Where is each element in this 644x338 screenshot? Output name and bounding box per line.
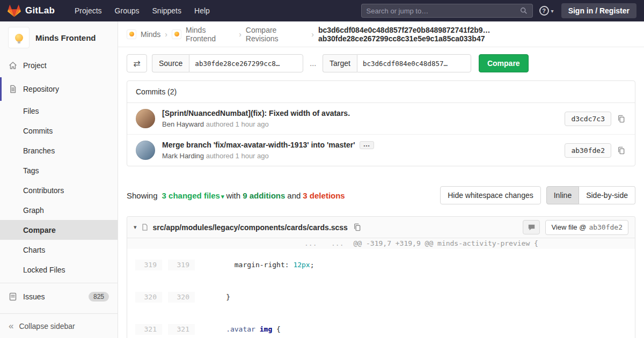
sidebar-item-branches[interactable]: Branches	[0, 141, 118, 160]
repository-subnav: FilesCommitsBranchesTagsContributorsGrap…	[0, 101, 118, 280]
commit-body: Merge branch 'fix/max-avatar-width-1913'…	[162, 141, 558, 160]
old-line-number[interactable]: ...	[127, 238, 323, 249]
old-line-number[interactable]: 321	[135, 324, 162, 335]
diff-line-hunk: ......@@ -319,7 +319,9 @@ minds-activity…	[127, 238, 635, 249]
issues-icon	[9, 292, 17, 301]
breadcrumb-link-project[interactable]: Minds Frontend	[186, 26, 235, 43]
sidebar-item-commits[interactable]: Commits	[0, 121, 118, 141]
changed-files-dropdown[interactable]: 3 changed files▾	[162, 191, 224, 200]
compare-button[interactable]: Compare	[479, 54, 529, 72]
commit-time: authored 1 hour ago	[206, 152, 269, 160]
source-ref-input[interactable]	[189, 54, 303, 72]
sidebar-item-contributors[interactable]: Contributors	[0, 180, 118, 200]
commit-sha[interactable]: d3cdc7c3	[565, 112, 611, 126]
commit-meta: Mark Harding authored 1 hour ago	[162, 152, 558, 160]
main-content: Minds › Minds Frontend › Compare Revisio…	[118, 21, 644, 338]
lightbulb-icon	[15, 34, 23, 42]
nav-link-groups[interactable]: Groups	[109, 3, 145, 18]
copy-sha-button[interactable]	[616, 114, 626, 124]
diff-code-cell: margin-right: 12px;	[201, 260, 314, 270]
collapse-sidebar-button[interactable]: « Collapse sidebar	[0, 313, 118, 338]
view-file-button[interactable]: View file @ ab30fde2	[545, 220, 628, 235]
new-line-number[interactable]: 320	[168, 292, 195, 303]
nav-link-snippets[interactable]: Snippets	[147, 3, 187, 18]
comment-icon	[528, 224, 536, 231]
commit-time: authored 1 hour ago	[206, 120, 269, 128]
breadcrumb-separator: ›	[165, 30, 167, 39]
minds-group-avatar	[127, 30, 136, 39]
new-line-number[interactable]: 319	[168, 260, 195, 270]
new-line-number[interactable]: ...	[323, 238, 349, 249]
nav-link-projects[interactable]: Projects	[69, 3, 108, 18]
diff-file-path[interactable]: src/app/modules/legacy/components/cards/…	[153, 223, 348, 232]
inline-view-button[interactable]: Inline	[546, 186, 579, 204]
breadcrumb-separator: ›	[311, 30, 314, 39]
commit-sha-group: ab30fde2	[565, 143, 626, 158]
commit-row: Merge branch 'fix/max-avatar-width-1913'…	[127, 134, 635, 166]
diff-file-panel: ▾ src/app/modules/legacy/components/card…	[127, 216, 635, 338]
and-label: and	[287, 191, 301, 200]
brand-name: GitLab	[25, 5, 55, 16]
copy-sha-button[interactable]	[616, 145, 626, 156]
commit-sha[interactable]: ab30fde2	[565, 143, 611, 158]
project-context[interactable]: Minds Frontend	[0, 21, 118, 54]
diff-table: ......@@ -319,7 +319,9 @@ minds-activity…	[127, 238, 635, 338]
help-menu[interactable]: ? ▾	[539, 6, 554, 16]
view-file-sha: ab30fde2	[589, 223, 623, 231]
sign-in-button[interactable]: Sign in / Register	[561, 3, 636, 18]
new-line-number[interactable]: 321	[168, 324, 195, 335]
commit-body: [Sprint/NuancedNumbat](fix): Fixed width…	[162, 109, 558, 128]
deletions-count: 3 deletions	[303, 191, 345, 200]
target-label: Target	[323, 54, 357, 72]
side-by-side-view-button[interactable]: Side-by-side	[579, 186, 635, 204]
sidebar-item-tags[interactable]: Tags	[0, 160, 118, 180]
diff-line-context: 321321 .avatar img {	[127, 313, 323, 338]
source-input-group: Source	[152, 54, 303, 72]
copy-file-path-button[interactable]	[352, 222, 362, 232]
sidebar-item-project[interactable]: Project	[0, 54, 118, 77]
sidebar-item-repository[interactable]: Repository	[0, 77, 118, 101]
copy-icon	[617, 146, 625, 155]
app-body: Minds Frontend Project Repository FilesC…	[0, 21, 644, 338]
target-input-group: Target	[323, 54, 471, 72]
swap-revisions-button[interactable]: ⇄	[127, 54, 147, 72]
collapse-diff-icon[interactable]: ▾	[134, 224, 137, 231]
breadcrumb-link-compare[interactable]: Compare Revisions	[246, 26, 307, 43]
commit-row: [Sprint/NuancedNumbat](fix): Fixed width…	[127, 103, 635, 134]
nav-link-help[interactable]: Help	[188, 3, 216, 18]
range-separator: ...	[308, 59, 318, 68]
hide-whitespace-button[interactable]: Hide whitespace changes	[440, 186, 541, 204]
search-input[interactable]	[367, 7, 520, 15]
breadcrumb-separator: ›	[239, 30, 241, 39]
commit-title[interactable]: Merge branch 'fix/max-avatar-width-1913'…	[162, 141, 558, 149]
expand-commit-message-button[interactable]: …	[360, 141, 374, 149]
sidebar-item-issues[interactable]: Issues 825	[0, 286, 118, 306]
gitlab-logo[interactable]: GitLab	[8, 4, 55, 17]
sidebar-item-charts[interactable]: Charts	[0, 240, 118, 260]
copy-icon	[353, 223, 361, 231]
old-line-number[interactable]: 320	[135, 292, 162, 303]
breadcrumb-link-minds[interactable]: Minds	[141, 30, 160, 39]
sidebar-item-compare[interactable]: Compare	[0, 220, 118, 240]
target-ref-input[interactable]	[357, 54, 471, 72]
project-avatar	[8, 27, 30, 48]
old-line-number[interactable]: 319	[135, 260, 162, 270]
commit-author[interactable]: Mark Harding	[162, 152, 204, 160]
sidebar-item-graph[interactable]: Graph	[0, 200, 118, 220]
search-box[interactable]	[361, 4, 533, 18]
showing-label: Showing	[127, 191, 158, 200]
breadcrumb-current: bc3d6cdf084e0c48d857f27e0b8489872741f2b9…	[318, 26, 635, 43]
avatar[interactable]	[136, 109, 155, 128]
avatar[interactable]	[136, 141, 155, 160]
search-icon	[520, 7, 528, 14]
sidebar-item-files[interactable]: Files	[0, 101, 118, 121]
commit-title[interactable]: [Sprint/NuancedNumbat](fix): Fixed width…	[162, 109, 558, 117]
minds-frontend-avatar	[172, 30, 181, 39]
sidebar-item-locked-files[interactable]: Locked Files	[0, 260, 118, 280]
commits-panel: Commits (2) [Sprint/NuancedNumbat](fix):…	[127, 80, 635, 166]
toggle-comments-button[interactable]	[523, 220, 540, 234]
commit-author[interactable]: Ben Hayward	[162, 120, 204, 128]
chevron-down-icon: ▾	[551, 8, 554, 14]
commit-meta: Ben Hayward authored 1 hour ago	[162, 120, 558, 128]
copy-icon	[617, 115, 625, 123]
